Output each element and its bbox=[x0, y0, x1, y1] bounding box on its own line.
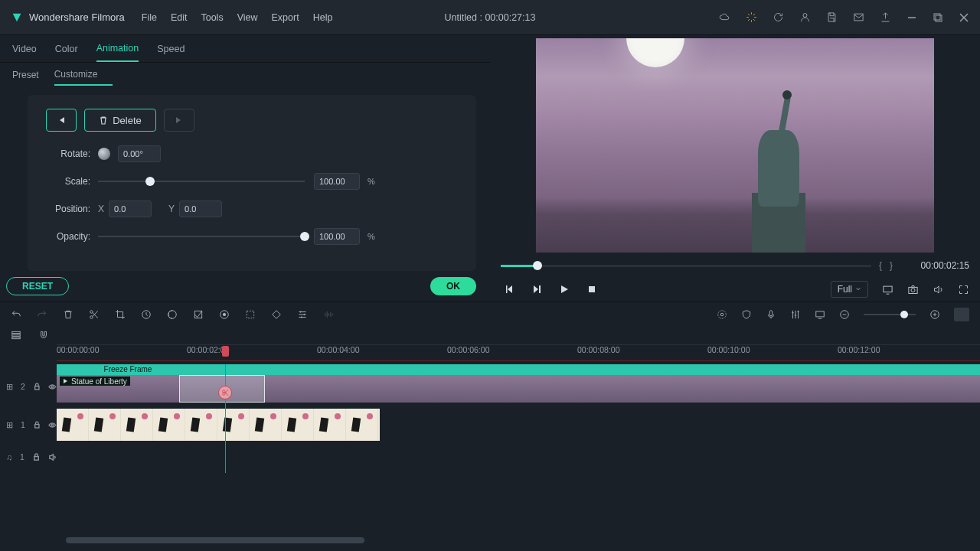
tab-color[interactable]: Color bbox=[55, 37, 78, 61]
magnet-icon[interactable] bbox=[38, 330, 49, 341]
volume-icon[interactable] bbox=[933, 284, 944, 295]
tab-animation[interactable]: Animation bbox=[96, 36, 139, 62]
menu-view[interactable]: View bbox=[237, 12, 258, 23]
tab-speed[interactable]: Speed bbox=[157, 37, 185, 61]
menu-help[interactable]: Help bbox=[313, 12, 333, 23]
stop-button[interactable] bbox=[586, 284, 597, 295]
close-button[interactable] bbox=[959, 12, 969, 23]
menu-edit[interactable]: Edit bbox=[171, 12, 188, 23]
mixer-icon[interactable] bbox=[790, 309, 801, 320]
playhead-line[interactable] bbox=[225, 364, 226, 473]
undo-icon[interactable] bbox=[11, 309, 21, 320]
quality-select[interactable]: Full bbox=[831, 281, 868, 298]
crop-icon[interactable] bbox=[115, 309, 126, 320]
track-1-type: ⊞ bbox=[6, 420, 13, 429]
render-icon[interactable] bbox=[717, 309, 727, 320]
secondary-clip[interactable]: a table bbox=[57, 409, 380, 441]
keyframe-icon[interactable] bbox=[271, 309, 282, 320]
save-icon[interactable] bbox=[826, 11, 838, 23]
opacity-slider[interactable] bbox=[98, 236, 305, 237]
rotate-field[interactable] bbox=[118, 145, 161, 162]
audio-icon[interactable] bbox=[323, 309, 334, 320]
view-toggle[interactable] bbox=[954, 308, 969, 321]
eye-icon[interactable] bbox=[48, 421, 57, 429]
svg-rect-3 bbox=[934, 14, 940, 20]
screen-icon[interactable] bbox=[815, 309, 825, 320]
record-icon[interactable] bbox=[219, 309, 230, 320]
preview-scrubber[interactable] bbox=[501, 265, 871, 267]
track-2-body[interactable]: Freeze Frame Statue of Liberty bbox=[57, 364, 980, 409]
display-icon[interactable] bbox=[882, 284, 893, 295]
refresh-icon[interactable] bbox=[773, 11, 784, 23]
subtab-preset[interactable]: Preset bbox=[12, 65, 39, 85]
audio-1-body[interactable] bbox=[57, 441, 980, 473]
prev-keyframe-button[interactable] bbox=[46, 109, 77, 132]
eye-icon[interactable] bbox=[48, 383, 57, 391]
play-pause-button[interactable] bbox=[531, 284, 542, 295]
rotate-knob[interactable] bbox=[98, 148, 110, 160]
svg-point-20 bbox=[720, 313, 724, 316]
ok-button[interactable]: OK bbox=[430, 277, 476, 295]
fullscreen-icon[interactable] bbox=[958, 284, 969, 295]
mark-out-button[interactable]: } bbox=[890, 260, 893, 271]
lock-icon[interactable] bbox=[33, 383, 41, 391]
account-icon[interactable] bbox=[799, 11, 811, 23]
zoom-slider[interactable] bbox=[864, 314, 916, 315]
marker-icon[interactable] bbox=[245, 309, 256, 320]
track-1-body[interactable]: a table bbox=[57, 409, 980, 441]
minimize-button[interactable] bbox=[906, 12, 917, 23]
menu-file[interactable]: File bbox=[142, 12, 157, 23]
mail-icon[interactable] bbox=[853, 11, 864, 23]
scale-field[interactable] bbox=[314, 173, 360, 190]
subtab-customize[interactable]: Customize bbox=[54, 64, 113, 86]
pos-x-field[interactable] bbox=[109, 201, 152, 217]
color-icon[interactable] bbox=[167, 309, 178, 320]
split-icon[interactable] bbox=[89, 309, 100, 320]
clip-teal-strip[interactable] bbox=[199, 364, 980, 375]
tab-video[interactable]: Video bbox=[12, 37, 37, 61]
track-manager-icon[interactable] bbox=[11, 330, 21, 341]
lock-icon[interactable] bbox=[32, 453, 41, 461]
playhead-handle[interactable] bbox=[218, 386, 232, 406]
lock-icon[interactable] bbox=[33, 421, 41, 429]
title-bar: Wondershare Filmora File Edit Tools View… bbox=[0, 0, 980, 35]
adjust-icon[interactable] bbox=[297, 309, 308, 320]
upload-icon[interactable] bbox=[880, 11, 891, 23]
shield-icon[interactable] bbox=[741, 309, 752, 320]
zoom-in-icon[interactable] bbox=[929, 309, 940, 320]
effects-icon[interactable] bbox=[746, 11, 757, 23]
quality-label: Full bbox=[838, 284, 852, 295]
opacity-field[interactable] bbox=[314, 228, 360, 245]
speaker-icon[interactable] bbox=[48, 453, 57, 461]
delete-icon[interactable] bbox=[63, 309, 74, 320]
next-keyframe-button[interactable] bbox=[164, 109, 194, 132]
maximize-button[interactable] bbox=[933, 12, 943, 23]
playhead-head[interactable] bbox=[222, 346, 229, 357]
preview-viewport[interactable] bbox=[536, 38, 934, 253]
freeze-frame-clip[interactable]: Freeze Frame bbox=[57, 364, 199, 375]
redo-icon[interactable] bbox=[37, 309, 47, 320]
zoom-out-icon[interactable] bbox=[839, 309, 850, 320]
audio-1-type: ♫ bbox=[6, 452, 12, 461]
menu-tools[interactable]: Tools bbox=[201, 12, 223, 23]
property-panel: Video Color Animation Speed Preset Custo… bbox=[0, 35, 490, 302]
delete-keyframe-button[interactable]: Delete bbox=[84, 109, 156, 132]
scale-slider[interactable] bbox=[98, 181, 305, 182]
preview-panel: { } 00:00:02:15 Full bbox=[490, 35, 980, 302]
greenscreen-icon[interactable] bbox=[193, 309, 204, 320]
timeline-ruler[interactable]: 00:00:00:00 00:00:02:00 00:00:04:00 00:0… bbox=[57, 344, 980, 364]
mark-in-button[interactable]: { bbox=[879, 260, 882, 271]
mic-icon[interactable] bbox=[766, 309, 776, 320]
pos-y-field[interactable] bbox=[179, 201, 222, 217]
menu-export[interactable]: Export bbox=[272, 12, 299, 23]
snapshot-icon[interactable] bbox=[907, 284, 919, 295]
speed-icon[interactable] bbox=[141, 309, 152, 320]
svg-point-12 bbox=[90, 315, 93, 318]
step-back-button[interactable] bbox=[504, 284, 514, 295]
reset-button[interactable]: RESET bbox=[6, 277, 69, 295]
timeline-scrollbar[interactable] bbox=[66, 537, 364, 543]
animation-controls: Delete Rotate: Scale: % Position: X Y bbox=[28, 95, 476, 271]
cloud-icon[interactable] bbox=[719, 11, 730, 23]
main-menu: File Edit Tools View Export Help bbox=[142, 12, 333, 23]
play-button[interactable] bbox=[559, 284, 570, 295]
